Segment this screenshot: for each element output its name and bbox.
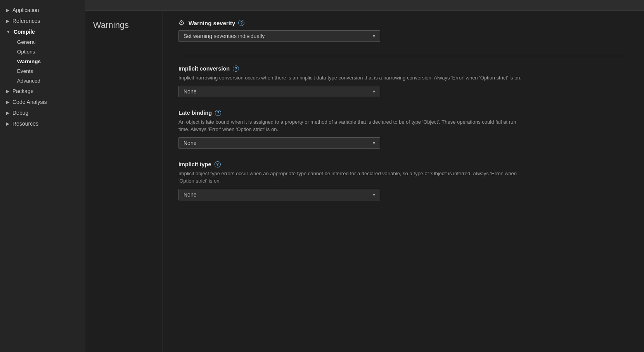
sidebar-subitem-options-label: Options	[17, 49, 35, 55]
late-binding-title-row: Late binding ?	[178, 110, 628, 116]
warning-severity-help-icon[interactable]: ?	[238, 20, 244, 26]
sidebar-item-application[interactable]: ▶ Application	[0, 5, 85, 16]
sidebar-item-code-analysis-label: Code Analysis	[12, 99, 47, 105]
chevron-right-icon: ▶	[6, 110, 9, 116]
gear-icon: ⚙	[178, 19, 185, 27]
sidebar-item-package[interactable]: ▶ Package	[0, 86, 85, 97]
sidebar-subitem-warnings[interactable]: Warnings	[0, 57, 85, 66]
implicit-type-desc: Implicit object type errors occur when a…	[178, 170, 528, 185]
implicit-type-help-icon[interactable]: ?	[215, 161, 221, 167]
main-area: Warnings ⚙ Warning severity ? Set warnin…	[85, 11, 644, 352]
implicit-conversion-desc: Implicit narrowing conversion occurs whe…	[178, 74, 528, 82]
sidebar-item-references[interactable]: ▶ References	[0, 16, 85, 26]
sidebar-item-compile-label: Compile	[14, 29, 35, 35]
late-binding-help-icon[interactable]: ?	[215, 110, 221, 116]
warning-severity-dropdown-value: Set warning severities individually	[184, 33, 265, 39]
sidebar-item-resources[interactable]: ▶ Resources	[0, 118, 85, 129]
sidebar-item-debug[interactable]: ▶ Debug	[0, 107, 85, 118]
implicit-conversion-help-icon[interactable]: ?	[233, 66, 239, 72]
late-binding-title: Late binding	[178, 110, 212, 116]
dropdown-arrow-icon: ▾	[373, 192, 375, 197]
dropdown-arrow-icon: ▾	[373, 33, 375, 39]
implicit-conversion-dropdown[interactable]: None ▾	[178, 86, 380, 97]
implicit-conversion-title-row: Implicit conversion ?	[178, 66, 628, 72]
implicit-conversion-title: Implicit conversion	[178, 66, 230, 72]
implicit-type-section: Implicit type ? Implicit object type err…	[178, 161, 628, 200]
content-wrapper: Warnings ⚙ Warning severity ? Set warnin…	[85, 0, 644, 352]
dropdown-arrow-icon: ▾	[373, 89, 375, 94]
chevron-right-icon: ▶	[6, 8, 9, 13]
sidebar-item-debug-label: Debug	[12, 110, 28, 116]
sidebar-subitem-events[interactable]: Events	[0, 66, 85, 76]
divider	[178, 56, 628, 56]
sidebar-item-package-label: Package	[12, 88, 33, 94]
implicit-conversion-section: Implicit conversion ? Implicit narrowing…	[178, 66, 628, 97]
sidebar-item-references-label: References	[12, 18, 40, 24]
page-header-bar	[85, 0, 644, 11]
sidebar-subitem-advanced[interactable]: Advanced	[0, 76, 85, 86]
sidebar-item-compile[interactable]: ▼ Compile	[0, 26, 85, 37]
page-label-column: Warnings	[85, 11, 163, 352]
chevron-down-icon: ▼	[6, 29, 10, 34]
warning-severity-dropdown[interactable]: Set warning severities individually ▾	[178, 30, 380, 42]
implicit-type-title: Implicit type	[178, 161, 211, 167]
chevron-right-icon: ▶	[6, 121, 9, 126]
sidebar-subitem-general-label: General	[17, 39, 36, 45]
sidebar-subitem-advanced-label: Advanced	[17, 78, 40, 84]
page-title: Warnings	[93, 20, 155, 30]
late-binding-section: Late binding ? An object is late bound w…	[178, 110, 628, 149]
implicit-type-dropdown[interactable]: None ▾	[178, 189, 380, 200]
dropdown-arrow-icon: ▾	[373, 140, 375, 146]
sidebar-subitem-events-label: Events	[17, 68, 33, 74]
warning-severity-section: ⚙ Warning severity ? Set warning severit…	[178, 19, 628, 42]
sidebar-item-resources-label: Resources	[12, 121, 38, 127]
late-binding-desc: An object is late bound when it is assig…	[178, 118, 528, 133]
implicit-conversion-dropdown-value: None	[184, 88, 196, 95]
late-binding-dropdown[interactable]: None ▾	[178, 137, 380, 149]
implicit-type-dropdown-value: None	[184, 192, 196, 198]
warning-severity-title: Warning severity	[189, 20, 235, 26]
implicit-type-title-row: Implicit type ?	[178, 161, 628, 167]
settings-panel: ⚙ Warning severity ? Set warning severit…	[163, 11, 644, 352]
warning-severity-title-row: ⚙ Warning severity ?	[178, 19, 628, 27]
sidebar-subitem-general[interactable]: General	[0, 37, 85, 47]
chevron-right-icon: ▶	[6, 89, 9, 94]
sidebar-item-code-analysis[interactable]: ▶ Code Analysis	[0, 97, 85, 107]
sidebar-subitem-warnings-label: Warnings	[17, 59, 41, 64]
page-content: Warnings ⚙ Warning severity ? Set warnin…	[85, 0, 644, 352]
compile-subitems: General Options Warnings Events Advanced	[0, 37, 85, 86]
sidebar-subitem-options[interactable]: Options	[0, 47, 85, 57]
sidebar: ▶ Application ▶ References ▼ Compile Gen…	[0, 0, 85, 352]
chevron-right-icon: ▶	[6, 19, 9, 24]
chevron-right-icon: ▶	[6, 100, 9, 105]
late-binding-dropdown-value: None	[184, 140, 196, 146]
sidebar-item-application-label: Application	[12, 7, 39, 13]
